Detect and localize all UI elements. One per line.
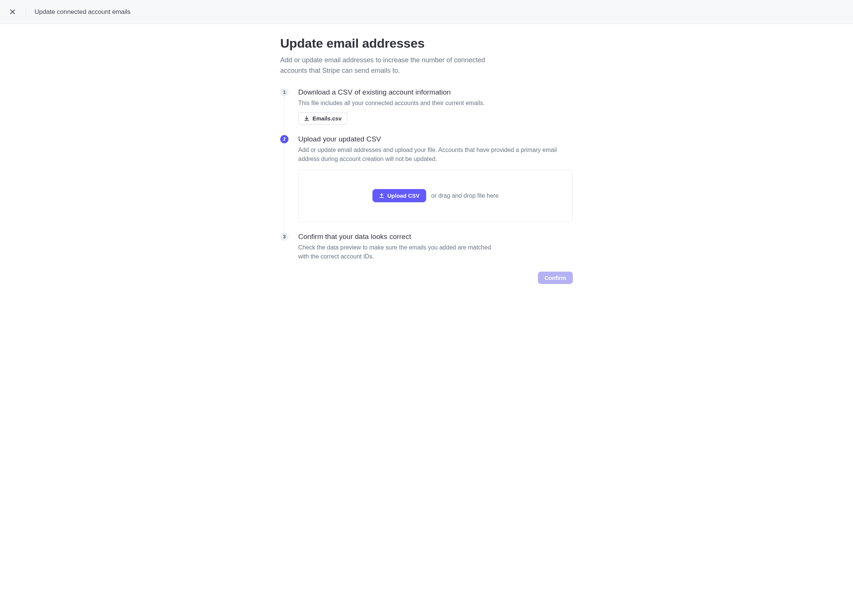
header-title: Update connected account emails — [35, 8, 131, 16]
step-desc-2: Add or update email addresses and upload… — [298, 146, 573, 164]
step-badge-1: 1 — [280, 88, 288, 96]
step-3: 3 Confirm that your data looks correct C… — [280, 232, 573, 261]
step-title-3: Confirm that your data looks correct — [298, 232, 501, 241]
step-desc-1: This file includes all your connected ac… — [298, 99, 573, 108]
upload-dropzone[interactable]: Upload CSV or drag and drop file here — [298, 170, 573, 222]
upload-csv-label: Upload CSV — [387, 193, 420, 199]
drop-hint: or drag and drop file here — [431, 193, 499, 199]
main-content: Update email addresses Add or update ema… — [280, 24, 573, 306]
header-divider — [26, 8, 26, 16]
close-icon — [10, 9, 15, 15]
page-subtitle: Add or update email addresses to increas… — [280, 55, 505, 76]
download-icon — [304, 115, 310, 121]
step-badge-2: 2 — [280, 135, 288, 143]
steps-list: 1 Download a CSV of existing account inf… — [280, 88, 573, 261]
download-csv-label: Emails.csv — [313, 115, 342, 121]
step-body-1: Download a CSV of existing account infor… — [298, 88, 573, 124]
upload-csv-button[interactable]: Upload CSV — [372, 189, 426, 202]
page-title: Update email addresses — [280, 36, 573, 51]
step-2: 2 Upload your updated CSV Add or update … — [280, 135, 573, 232]
step-1: 1 Download a CSV of existing account inf… — [280, 88, 573, 135]
step-title-1: Download a CSV of existing account infor… — [298, 88, 573, 96]
close-button[interactable] — [8, 7, 18, 17]
step-title-2: Upload your updated CSV — [298, 135, 573, 143]
actions-row: Confirm — [280, 272, 573, 284]
modal-header: Update connected account emails — [0, 0, 853, 24]
upload-icon — [379, 193, 384, 199]
download-csv-button[interactable]: Emails.csv — [298, 112, 348, 124]
step-badge-3: 3 — [280, 232, 288, 241]
confirm-button[interactable]: Confirm — [538, 272, 573, 284]
step-body-3: Confirm that your data looks correct Che… — [298, 232, 501, 261]
step-body-2: Upload your updated CSV Add or update em… — [298, 135, 573, 222]
step-desc-3: Check the data preview to make sure the … — [298, 243, 501, 261]
